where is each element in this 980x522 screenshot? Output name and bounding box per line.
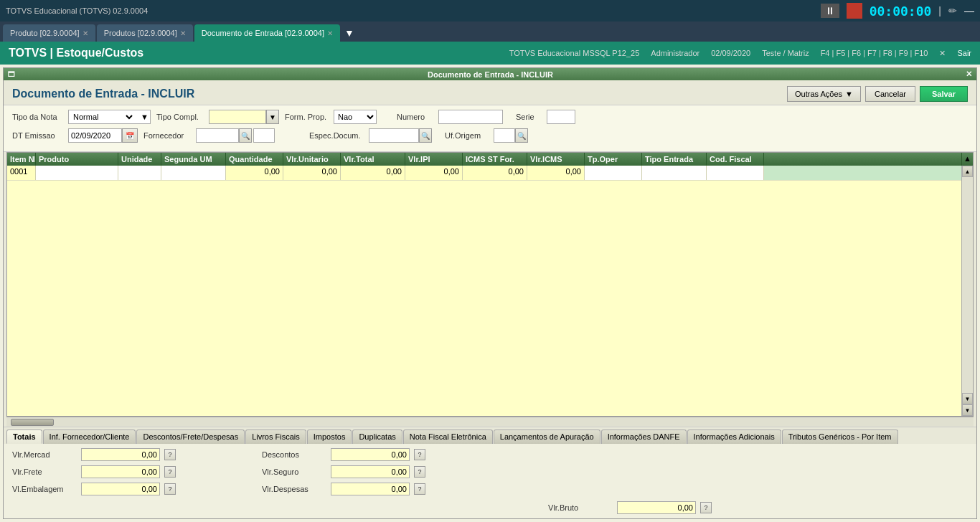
descontos-input[interactable] — [331, 448, 410, 461]
stop-button[interactable] — [847, 3, 862, 19]
tabs-scroll-arrow[interactable]: ▼ — [341, 24, 357, 42]
grid-scroll-up-header[interactable]: ▲ — [962, 153, 973, 164]
totals-left: Vlr.Mercad ? Vlr.Frete ? Vl.Embalagem ? — [12, 448, 176, 495]
col-header-tp-oper: Tp.Oper — [585, 153, 642, 166]
scroll-down-button-1[interactable]: ▼ — [962, 393, 973, 404]
tab-descontos[interactable]: Descontos/Frete/Despesas — [136, 430, 245, 444]
tipo-compl-dropdown[interactable]: ▼ — [266, 110, 279, 124]
fornecedor-search-button[interactable]: 🔍 — [239, 128, 252, 143]
vlr-despesas-help[interactable]: ? — [414, 483, 425, 495]
vlr-despesas-input[interactable] — [331, 483, 410, 495]
tab-documento-entrada[interactable]: Documento de Entrada [02.9.0004] ✕ — [194, 24, 340, 42]
vlr-mercad-help[interactable]: ? — [164, 449, 176, 460]
tab-nota-fiscal[interactable]: Nota Fiscal Eletrônica — [403, 430, 493, 444]
form-row-1: Tipo da Nota Normal ▼ Tipo Compl. ▼ Form… — [12, 110, 968, 124]
fornecedor-input[interactable] — [196, 128, 239, 143]
grid-area: Item NF Produto Unidade Segunda UM Quant… — [6, 152, 974, 417]
tab-impostos[interactable]: Impostos — [307, 430, 352, 444]
calendar-button[interactable]: 📅 — [122, 128, 138, 143]
tipo-nota-select-wrapper[interactable]: Normal ▼ — [68, 110, 151, 124]
scroll-down-button-2[interactable]: ▼ — [962, 404, 973, 416]
col-header-vlr-total: Vlr.Total — [341, 153, 405, 166]
table-row[interactable]: 0001 0,00 0,00 0,00 0,00 0,00 0,00 — [7, 166, 961, 181]
cell-vlr-unit: 0,00 — [283, 166, 341, 180]
header-date: 02/09/2020 — [711, 49, 750, 57]
salvar-button[interactable]: Salvar — [920, 86, 968, 102]
tab-produtos-close[interactable]: ✕ — [180, 29, 186, 37]
tab-livros-fiscais[interactable]: Livros Fiscais — [245, 430, 306, 444]
vlr-seguro-help[interactable]: ? — [414, 466, 425, 478]
sair-button[interactable]: Sair — [957, 49, 971, 57]
vlr-bruto-input[interactable] — [617, 501, 696, 514]
vlr-seguro-input[interactable] — [331, 465, 410, 478]
cancelar-button[interactable]: Cancelar — [865, 86, 915, 102]
col-header-quantidade: Quantidade — [226, 153, 283, 166]
vlr-frete-label: Vlr.Frete — [12, 468, 77, 476]
scroll-up-button[interactable]: ▲ — [962, 166, 973, 177]
outras-acoes-chevron: ▼ — [845, 90, 853, 98]
pause-button[interactable]: ⏸ — [821, 4, 839, 18]
totals-section: Vlr.Mercad ? Vlr.Frete ? Vl.Embalagem ? — [4, 444, 976, 500]
grid-header-row: Item NF Produto Unidade Segunda UM Quant… — [7, 153, 961, 166]
tab-inf-fornecedor[interactable]: Inf. Fornecedor/Cliente — [43, 430, 136, 444]
vlr-despesas-label: Vlr.Despesas — [262, 485, 326, 493]
edit-icon-button[interactable]: ✏ — [948, 5, 957, 16]
form-prop-label: Form. Prop. — [285, 113, 328, 121]
tipo-compl-label: Tipo Compl. — [156, 113, 203, 121]
vl-embalagem-input[interactable] — [81, 483, 160, 495]
inner-window-close-button[interactable]: ✕ — [966, 70, 972, 79]
tab-produto-close[interactable]: ✕ — [83, 29, 88, 37]
tab-tributos[interactable]: Tributos Genéricos - Por Item — [782, 430, 898, 444]
uf-origem-search-button[interactable]: 🔍 — [515, 128, 528, 143]
outras-acoes-button[interactable]: Outras Ações ▼ — [787, 86, 861, 102]
form-row-2: DT Emissao 📅 Fornecedor 🔍 Espec.Docum. 🔍 — [12, 128, 968, 143]
tab-duplicatas[interactable]: Duplicatas — [352, 430, 402, 444]
descontos-help[interactable]: ? — [414, 449, 425, 460]
col-header-icms-st: ICMS ST For. — [463, 153, 527, 166]
totals-right: Descontos ? Vlr.Seguro ? Vlr.Despesas ? — [262, 448, 425, 495]
vlr-frete-help[interactable]: ? — [164, 466, 176, 478]
col-header-unidade: Unidade — [118, 153, 161, 166]
minimize-button[interactable]: — — [964, 5, 974, 16]
vlr-bruto-help[interactable]: ? — [700, 502, 712, 513]
dt-emissao-input[interactable] — [68, 128, 122, 143]
tab-documento-label: Documento de Entrada [02.9.0004] — [202, 29, 324, 37]
espec-docum-input[interactable] — [369, 128, 419, 143]
tipo-compl-input[interactable] — [209, 110, 266, 124]
tab-documento-close[interactable]: ✕ — [327, 29, 333, 37]
header-close-icon: ✕ — [939, 49, 946, 58]
tab-produtos[interactable]: Produtos [02.9.0004] ✕ — [97, 24, 193, 42]
vlr-mercad-input[interactable] — [81, 448, 160, 461]
cell-produto[interactable] — [36, 166, 118, 180]
serie-input[interactable] — [547, 110, 575, 124]
vl-embalagem-help[interactable]: ? — [164, 483, 176, 495]
form-title-text: Documento de Entrada - INCLUIR — [12, 87, 194, 100]
inner-window-title-text: Documento de Entrada - INCLUIR — [428, 70, 553, 79]
tab-info-adicionais[interactable]: Informações Adicionais — [687, 430, 781, 444]
h-scroll-thumb[interactable] — [11, 419, 54, 426]
tab-produto[interactable]: Produto [02.9.0004] ✕ — [3, 24, 95, 42]
uf-origem-input[interactable] — [494, 128, 515, 143]
vlr-frete-input[interactable] — [81, 465, 160, 478]
numero-input[interactable] — [438, 110, 503, 124]
fornecedor-extra-input[interactable] — [253, 128, 275, 143]
main-content: 🗔 Documento de Entrada - INCLUIR ✕ Docum… — [0, 65, 980, 522]
tipo-nota-select[interactable]: Normal — [70, 112, 135, 122]
grid-body[interactable]: 0001 0,00 0,00 0,00 0,00 0,00 0,00 — [7, 166, 961, 416]
inner-window-title-bar: 🗔 Documento de Entrada - INCLUIR ✕ — [4, 68, 976, 80]
form-prop-select[interactable]: Nao — [334, 110, 377, 124]
espec-docum-search-button[interactable]: 🔍 — [419, 128, 432, 143]
header-title: TOTVS | Estoque/Custos — [9, 47, 143, 60]
tab-info-danfe[interactable]: Informações DANFE — [601, 430, 687, 444]
cell-unidade — [118, 166, 161, 180]
grid-header-scroll-spacer: ▲ — [961, 153, 973, 166]
tab-lancamentos[interactable]: Lançamentos de Apuração — [494, 430, 600, 444]
horizontal-scrollbar[interactable] — [6, 417, 974, 427]
header-bar: TOTVS | Estoque/Custos TOTVS Educacional… — [0, 42, 980, 65]
cell-cod-fiscal — [707, 166, 764, 180]
tab-totais[interactable]: Totais — [6, 430, 42, 444]
col-header-cod-fiscal: Cod. Fiscal — [707, 153, 764, 166]
header-system: TOTVS Educacional MSSQL P12_25 — [509, 49, 640, 57]
cell-tp-oper — [585, 166, 642, 180]
grid-scrollbar-right[interactable]: ▲ ▼ ▼ — [961, 166, 973, 416]
